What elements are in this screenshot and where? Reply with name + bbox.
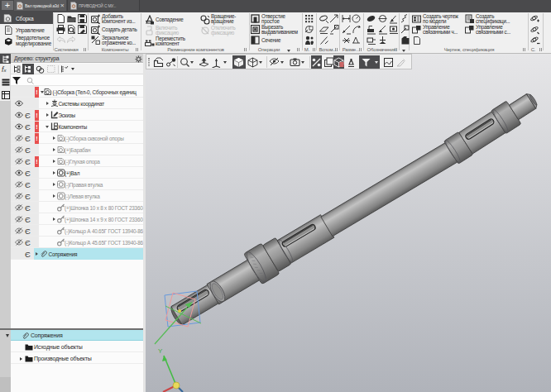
svg-text:Y: Y [158, 347, 163, 355]
